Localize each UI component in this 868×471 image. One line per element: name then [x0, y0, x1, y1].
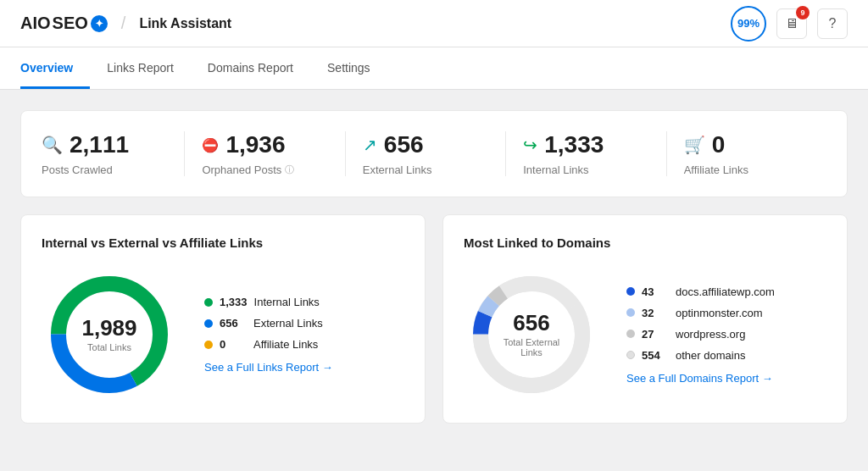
internal-count: 1,333: [220, 296, 248, 308]
orphaned-posts-label: Orphaned Posts ⓘ: [202, 163, 294, 176]
score-badge: 99%: [731, 6, 766, 42]
domain-item-wordpress: 27 wordpress.org: [626, 328, 775, 341]
logo: AIOSEO✦: [20, 14, 108, 33]
internal-links-number: 1,333: [544, 131, 604, 158]
help-button[interactable]: ?: [817, 8, 848, 39]
right-chart-card: Most Linked to Domains: [442, 214, 848, 424]
left-total-label: Total Links: [81, 342, 136, 352]
external-dot: [204, 319, 213, 328]
monitor-button[interactable]: 🖥 9: [776, 8, 807, 39]
help-icon: ?: [829, 16, 837, 31]
internal-link-icon: ↪: [523, 135, 537, 155]
page-content: 🔍 2,111 Posts Crawled ⛔ 1,936 Orphaned P…: [0, 90, 868, 444]
other-count: 554: [642, 349, 669, 362]
other-dot: [626, 351, 635, 359]
tab-settings[interactable]: Settings: [310, 47, 387, 89]
optinmonster-count: 32: [642, 307, 669, 319]
internal-links-label: Internal Links: [523, 163, 588, 176]
affiliatewp-label: docs.affiliatewp.com: [676, 285, 775, 298]
tab-links-report[interactable]: Links Report: [90, 47, 191, 89]
monitor-icon: 🖥: [785, 16, 798, 31]
affiliate-links-number: 0: [712, 131, 726, 158]
right-total-label: Total External Links: [498, 337, 565, 357]
external-links-label: External Links: [363, 163, 432, 176]
left-chart-card: Internal vs External vs Affiliate Links: [20, 214, 426, 424]
posts-crawled-number: 2,111: [70, 131, 129, 158]
header-divider: /: [121, 14, 126, 33]
logo-text-aio: AIO: [20, 14, 51, 33]
orphaned-icon: ⛔: [202, 137, 219, 153]
right-chart-title: Most Linked to Domains: [464, 236, 826, 250]
wordpress-label: wordpress.org: [676, 328, 745, 341]
stat-orphaned-posts: ⛔ 1,936 Orphaned Posts ⓘ: [185, 131, 345, 176]
right-legend-section: 43 docs.affiliatewp.com 32 optinmonster.…: [626, 285, 775, 385]
left-donut-container: 1,989 Total Links: [42, 267, 177, 402]
posts-crawled-label: Posts Crawled: [42, 163, 113, 176]
right-total-number: 656: [498, 312, 565, 334]
affiliate-icon: 🛒: [684, 135, 705, 155]
stat-posts-crawled: 🔍 2,111 Posts Crawled: [42, 131, 185, 176]
header-title: Link Assistant: [139, 16, 231, 31]
wordpress-dot: [626, 330, 635, 338]
left-donut-center: 1,989 Total Links: [81, 317, 136, 352]
internal-label: Internal Links: [254, 296, 320, 308]
optinmonster-dot: [626, 308, 635, 317]
nav-tabs: Overview Links Report Domains Report Set…: [0, 47, 868, 90]
affiliate-dot: [204, 341, 213, 349]
legend-external: 656 External Links: [204, 317, 333, 330]
logo-icon: ✦: [91, 15, 108, 32]
external-links-number: 656: [384, 131, 424, 158]
wordpress-count: 27: [642, 328, 669, 341]
domain-item-affiliatewp: 43 docs.affiliatewp.com: [626, 285, 775, 298]
affiliate-count: 0: [220, 338, 247, 351]
optinmonster-label: optinmonster.com: [676, 307, 763, 319]
affiliatewp-count: 43: [642, 285, 669, 298]
full-links-report-link[interactable]: See a Full Links Report →: [204, 361, 333, 374]
right-donut-center: 656 Total External Links: [498, 312, 565, 357]
left-total-number: 1,989: [81, 317, 136, 339]
right-donut-container: 656 Total External Links: [464, 267, 599, 402]
external-count: 656: [220, 317, 247, 330]
orphaned-posts-number: 1,936: [225, 131, 285, 158]
left-chart-title: Internal vs External vs Affiliate Links: [42, 236, 404, 250]
right-donut-section: 656 Total External Links 43 docs.affilia…: [464, 267, 826, 402]
domain-item-optinmonster: 32 optinmonster.com: [626, 307, 775, 319]
stats-card: 🔍 2,111 Posts Crawled ⛔ 1,936 Orphaned P…: [20, 110, 848, 197]
tab-domains-report[interactable]: Domains Report: [191, 47, 310, 89]
internal-dot: [204, 298, 213, 307]
affiliate-links-label: Affiliate Links: [684, 163, 748, 176]
domain-item-other: 554 other domains: [626, 349, 775, 362]
app-header: AIOSEO✦ / Link Assistant 99% 🖥 9 ?: [0, 0, 868, 47]
legend-affiliate: 0 Affiliate Links: [204, 338, 333, 351]
legend-internal: 1,333 Internal Links: [204, 296, 333, 308]
notification-badge: 9: [796, 6, 810, 19]
charts-row: Internal vs External vs Affiliate Links: [20, 214, 848, 424]
tab-overview[interactable]: Overview: [20, 47, 90, 89]
search-icon: 🔍: [42, 135, 63, 155]
domain-legend: 43 docs.affiliatewp.com 32 optinmonster.…: [626, 285, 775, 362]
affiliate-label: Affiliate Links: [253, 338, 318, 351]
header-left: AIOSEO✦ / Link Assistant: [20, 14, 231, 33]
left-legend-section: 1,333 Internal Links 656 External Links …: [204, 296, 333, 374]
stat-external-links: ↗ 656 External Links: [346, 131, 506, 176]
logo-text-seo: SEO: [53, 14, 88, 33]
external-label: External Links: [253, 317, 323, 330]
full-domains-report-link[interactable]: See a Full Domains Report →: [626, 372, 775, 385]
affiliatewp-dot: [626, 287, 635, 296]
stat-internal-links: ↪ 1,333 Internal Links: [506, 131, 666, 176]
help-icon-orphaned[interactable]: ⓘ: [285, 163, 294, 176]
header-right: 99% 🖥 9 ?: [731, 6, 848, 42]
other-label: other domains: [676, 349, 745, 362]
left-donut-section: 1,989 Total Links 1,333 Internal Links: [42, 267, 404, 402]
stat-affiliate-links: 🛒 0 Affiliate Links: [667, 131, 826, 176]
external-link-icon: ↗: [363, 135, 377, 155]
left-legend: 1,333 Internal Links 656 External Links …: [204, 296, 333, 351]
